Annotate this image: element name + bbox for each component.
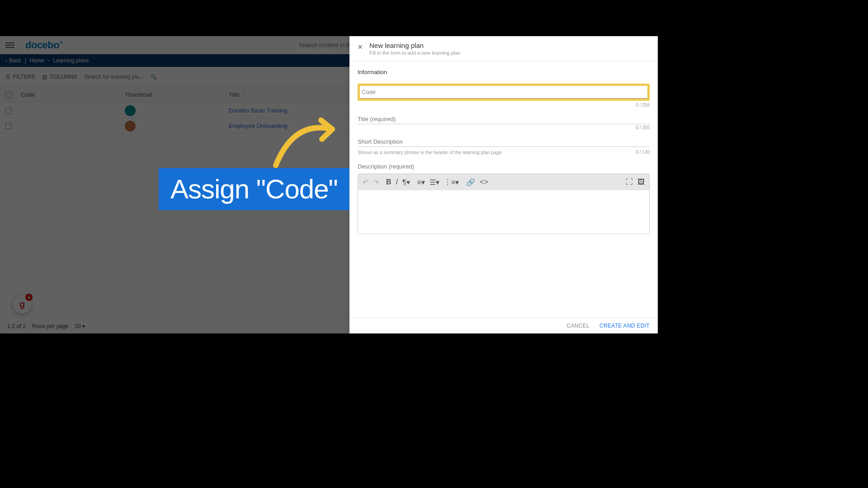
- description-textarea[interactable]: [358, 190, 649, 234]
- unordered-list-icon[interactable]: ⋮≡▾: [444, 178, 459, 187]
- callout-label: Assign "Code": [159, 168, 349, 210]
- section-information: Information: [358, 69, 650, 75]
- title-input[interactable]: [358, 122, 650, 124]
- short-desc-counter: 0 / 130: [636, 150, 650, 155]
- italic-icon[interactable]: I: [396, 178, 398, 186]
- panel-title: New learning plan: [369, 42, 460, 49]
- link-icon[interactable]: 🔗: [466, 178, 475, 187]
- undo-icon[interactable]: ↶: [363, 178, 368, 187]
- new-learning-plan-panel: ✕ New learning plan Fill in the form to …: [349, 36, 658, 333]
- bold-icon[interactable]: B: [386, 178, 392, 186]
- paragraph-icon[interactable]: ¶▾: [402, 178, 410, 187]
- title-label: Title (required): [358, 116, 650, 122]
- description-editor: ↶ ↷ B I ¶▾ ≡▾ ☰▾ ⋮≡▾ 🔗 <>: [358, 174, 650, 234]
- create-and-edit-button[interactable]: CREATE AND EDIT: [599, 323, 650, 329]
- image-icon[interactable]: 🖼: [637, 178, 645, 186]
- code-field-highlight: [358, 84, 650, 101]
- editor-toolbar: ↶ ↷ B I ¶▾ ≡▾ ☰▾ ⋮≡▾ 🔗 <>: [358, 174, 649, 190]
- panel-header: ✕ New learning plan Fill in the form to …: [349, 36, 658, 61]
- close-icon[interactable]: ✕: [358, 43, 363, 51]
- callout-arrow: [267, 111, 344, 170]
- fullscreen-icon[interactable]: ⛶: [626, 178, 633, 186]
- code-counter: 0 / 255: [358, 103, 650, 108]
- short-desc-hint: Shown as a summary phrase in the header …: [358, 150, 502, 155]
- cancel-button[interactable]: CANCEL: [567, 323, 590, 329]
- ordered-list-icon[interactable]: ☰▾: [429, 178, 439, 187]
- short-desc-label: Short Description: [358, 138, 650, 145]
- code-icon[interactable]: <>: [480, 178, 488, 186]
- panel-footer: CANCEL CREATE AND EDIT: [349, 318, 658, 333]
- panel-body: Information 0 / 255 Title (required) 0 /…: [349, 61, 658, 318]
- title-counter: 0 / 255: [358, 125, 650, 130]
- redo-icon[interactable]: ↷: [373, 178, 379, 187]
- description-label: Description (required): [358, 163, 650, 170]
- code-input[interactable]: [360, 86, 647, 99]
- align-icon[interactable]: ≡▾: [417, 178, 425, 187]
- panel-subtitle: Fill in the form to add a new learning p…: [369, 50, 460, 56]
